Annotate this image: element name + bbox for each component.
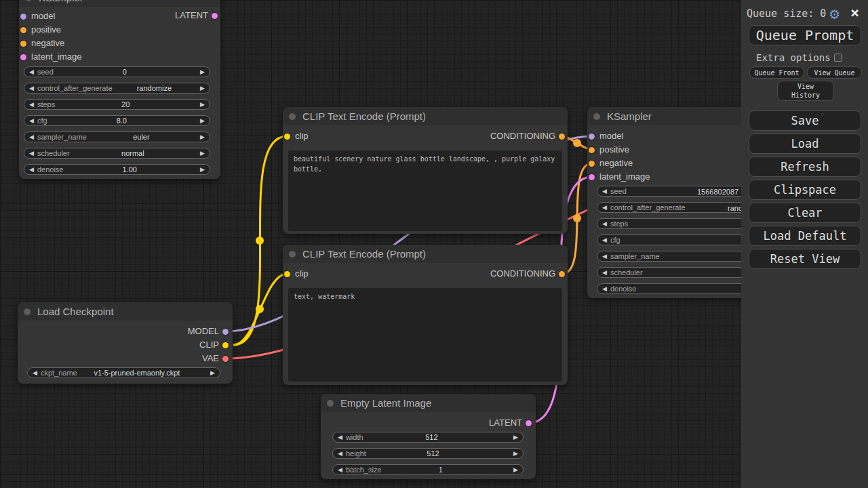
widget-steps[interactable]: ◀ steps 20 ▶ xyxy=(24,99,210,110)
save-button[interactable]: Save xyxy=(749,110,861,131)
node-title-bar[interactable]: CLIP Text Encode (Prompt) xyxy=(283,245,568,263)
collapse-dot-icon[interactable] xyxy=(289,251,296,258)
increment-arrow-icon[interactable]: ▶ xyxy=(200,148,205,158)
collapse-dot-icon[interactable] xyxy=(327,400,334,407)
node-title-bar[interactable]: Load Checkpoint xyxy=(18,302,233,321)
next-arrow-icon[interactable]: ▶ xyxy=(210,368,215,378)
node-empty-latent-image[interactable]: Empty Latent Image LATENT ◀ width 512 ▶ … xyxy=(321,394,536,479)
widget-sampler-name[interactable]: ◀ sampler_name xyxy=(597,251,762,262)
input-slot-clip[interactable] xyxy=(284,134,290,140)
widget-value[interactable]: randomize xyxy=(137,84,176,92)
output-slot-model[interactable] xyxy=(222,329,229,335)
input-slot-clip[interactable] xyxy=(284,271,290,277)
widget-batch-size[interactable]: ◀ batch_size 1 ▶ xyxy=(332,464,524,475)
increment-arrow-icon[interactable]: ▶ xyxy=(513,449,518,458)
output-slot-latent[interactable] xyxy=(212,13,218,19)
increment-arrow-icon[interactable]: ▶ xyxy=(200,165,205,174)
queue-front-button[interactable]: Queue Front xyxy=(749,66,804,79)
node-title-bar[interactable]: KSampler xyxy=(19,0,220,7)
refresh-button[interactable]: Refresh xyxy=(749,157,861,177)
widget-cfg[interactable]: ◀ cfg xyxy=(597,235,762,245)
decrement-arrow-icon[interactable]: ◀ xyxy=(602,284,607,293)
widget-value[interactable]: euler xyxy=(133,133,153,141)
output-slot-vae[interactable] xyxy=(222,356,229,362)
input-slot-positive[interactable] xyxy=(20,27,26,33)
input-slot-model[interactable] xyxy=(20,14,26,20)
widget-sampler-name[interactable]: ◀ sampler_name euler ▶ xyxy=(24,131,210,142)
widget-denoise[interactable]: ◀ denoise xyxy=(597,283,762,294)
node-clip-text-encode-1[interactable]: CLIP Text Encode (Prompt) clip CONDITION… xyxy=(283,107,568,234)
widget-value[interactable]: 512 xyxy=(427,449,443,458)
previous-arrow-icon[interactable]: ◀ xyxy=(33,368,37,378)
widget-value[interactable]: 0 xyxy=(123,68,131,76)
output-slot-latent[interactable] xyxy=(526,420,532,426)
decrement-arrow-icon[interactable]: ◀ xyxy=(602,251,607,261)
view-history-button[interactable]: View History xyxy=(777,81,834,101)
increment-arrow-icon[interactable]: ▶ xyxy=(200,67,205,77)
widget-value[interactable]: normal xyxy=(121,149,149,157)
input-slot-negative[interactable] xyxy=(20,41,26,47)
decrement-arrow-icon[interactable]: ◀ xyxy=(602,219,607,228)
input-slot-model[interactable] xyxy=(589,134,595,140)
prompt-textarea[interactable]: beautiful scenery nature glass bottle la… xyxy=(288,150,562,231)
widget-scheduler[interactable]: ◀ scheduler normal ▶ xyxy=(24,148,210,159)
collapse-dot-icon[interactable] xyxy=(289,113,296,120)
decrement-arrow-icon[interactable]: ◀ xyxy=(29,83,34,93)
widget-height[interactable]: ◀ height 512 ▶ xyxy=(332,448,524,459)
decrement-arrow-icon[interactable]: ◀ xyxy=(338,432,342,442)
reset-view-button[interactable]: Reset View xyxy=(749,249,861,269)
increment-arrow-icon[interactable]: ▶ xyxy=(513,465,518,474)
settings-gear-icon[interactable]: ⚙ xyxy=(829,7,840,22)
input-slot-latent-image[interactable] xyxy=(20,54,26,60)
decrement-arrow-icon[interactable]: ◀ xyxy=(602,235,607,245)
input-slot-negative[interactable] xyxy=(589,161,595,167)
output-slot-conditioning[interactable] xyxy=(559,271,565,277)
decrement-arrow-icon[interactable]: ◀ xyxy=(29,148,34,158)
widget-control-after-generate[interactable]: ◀ control_after_generate randomize ▶ xyxy=(24,83,210,94)
view-queue-button[interactable]: View Queue xyxy=(807,66,862,79)
node-load-checkpoint[interactable]: Load Checkpoint MODEL CLIP VAE ◀ ckpt_na… xyxy=(18,302,233,384)
load-button[interactable]: Load xyxy=(749,134,861,154)
node-ksampler-1[interactable]: KSampler model positive negative latent_… xyxy=(19,0,220,179)
comfyui-canvas[interactable]: { "colors": { "model": "#b39ddb", "condi… xyxy=(0,0,868,488)
widget-ckpt-name[interactable]: ◀ ckpt_name v1-5-pruned-emaonly.ckpt ▶ xyxy=(27,367,220,378)
decrement-arrow-icon[interactable]: ◀ xyxy=(29,100,34,109)
decrement-arrow-icon[interactable]: ◀ xyxy=(29,165,34,174)
collapse-dot-icon[interactable] xyxy=(24,308,31,315)
decrement-arrow-icon[interactable]: ◀ xyxy=(29,67,34,77)
node-title-bar[interactable]: Empty Latent Image xyxy=(321,394,536,412)
widget-cfg[interactable]: ◀ cfg 8.0 ▶ xyxy=(24,115,210,126)
close-icon[interactable]: × xyxy=(850,7,859,19)
node-title-bar[interactable]: CLIP Text Encode (Prompt) xyxy=(283,107,568,125)
increment-arrow-icon[interactable]: ▶ xyxy=(200,132,205,142)
decrement-arrow-icon[interactable]: ◀ xyxy=(602,268,607,277)
increment-arrow-icon[interactable]: ▶ xyxy=(200,83,205,93)
clipspace-button[interactable]: Clipspace xyxy=(749,180,861,200)
widget-value[interactable]: 8.0 xyxy=(117,117,131,125)
decrement-arrow-icon[interactable]: ◀ xyxy=(29,116,34,125)
widget-seed[interactable]: ◀ seed 1566802087 xyxy=(597,186,762,197)
collapse-dot-icon[interactable] xyxy=(593,113,600,120)
decrement-arrow-icon[interactable]: ◀ xyxy=(602,186,607,196)
widget-steps[interactable]: ◀ steps xyxy=(597,218,762,229)
output-slot-clip[interactable] xyxy=(222,342,229,348)
load-default-button[interactable]: Load Default xyxy=(749,226,861,246)
widget-value[interactable]: 1566802087 xyxy=(697,187,738,197)
decrement-arrow-icon[interactable]: ◀ xyxy=(338,449,342,458)
increment-arrow-icon[interactable]: ▶ xyxy=(200,100,205,109)
collapse-dot-icon[interactable] xyxy=(25,0,32,1)
input-slot-positive[interactable] xyxy=(589,147,595,153)
decrement-arrow-icon[interactable]: ◀ xyxy=(29,132,34,142)
decrement-arrow-icon[interactable]: ◀ xyxy=(602,203,607,212)
widget-value[interactable]: 1 xyxy=(439,466,447,474)
node-clip-text-encode-2[interactable]: CLIP Text Encode (Prompt) clip CONDITION… xyxy=(283,245,568,385)
decrement-arrow-icon[interactable]: ◀ xyxy=(338,465,342,474)
widget-seed[interactable]: ◀ seed 0 ▶ xyxy=(24,66,210,77)
widget-control-after-generate[interactable]: ◀ control_after_generate randomize xyxy=(597,202,762,213)
clear-button[interactable]: Clear xyxy=(749,203,861,223)
input-slot-latent-image[interactable] xyxy=(589,174,595,180)
extra-options-checkbox[interactable] xyxy=(834,54,842,62)
output-slot-conditioning[interactable] xyxy=(559,134,565,140)
widget-value[interactable]: 1.00 xyxy=(123,165,141,174)
queue-prompt-button[interactable]: Queue Prompt xyxy=(749,25,861,45)
